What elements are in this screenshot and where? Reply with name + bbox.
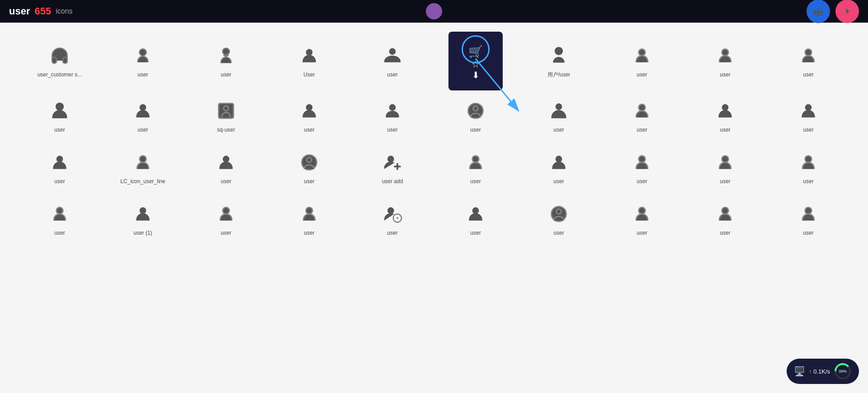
icon-label: user: [304, 230, 314, 236]
svg-point-20: [805, 104, 812, 111]
icon-cell-user-21[interactable]: user: [18, 142, 101, 194]
icon-label: user: [720, 178, 730, 185]
icon-cell-user-11[interactable]: user: [18, 90, 101, 142]
svg-point-37: [306, 207, 313, 214]
user-solid-36-icon: [464, 203, 487, 225]
icon-cell-user-bust[interactable]: user: [351, 32, 434, 90]
icon-cell-user-38[interactable]: user: [600, 194, 684, 245]
icon-cell-user-31[interactable]: user: [18, 194, 101, 245]
icon-label: user: [720, 230, 730, 236]
user-outline-10-icon: [797, 44, 820, 67]
icon-label: LC_icon_user_line: [120, 178, 165, 185]
user-circle-16-icon: [464, 99, 487, 122]
icon-cell-user-12[interactable]: user: [101, 90, 184, 142]
svg-point-19: [722, 104, 729, 111]
icon-cell-user-26[interactable]: user: [434, 142, 517, 194]
crown-icon: [812, 5, 824, 17]
user-solid-27-icon: [547, 151, 570, 174]
icon-label: user: [470, 230, 481, 236]
user-solid-1b-icon: [132, 203, 154, 225]
icon-cell-user-9[interactable]: user: [684, 32, 767, 90]
icon-cell-User[interactable]: User: [268, 32, 351, 90]
icon-label: user: [470, 127, 481, 133]
user-outline-9-icon: [714, 44, 736, 67]
cart-icon: 🛒: [468, 45, 483, 59]
svg-point-23: [223, 156, 230, 162]
icon-cell-user-36[interactable]: user: [434, 194, 517, 245]
icon-label: user: [637, 230, 647, 236]
icon-cell-popup[interactable]: 🛒 ☆ ⬇: [448, 32, 503, 90]
icon-cell-user-1b[interactable]: user (1): [101, 194, 184, 245]
icon-label: user: [387, 71, 397, 78]
icon-label: user: [137, 127, 148, 133]
svg-point-9: [56, 103, 64, 111]
user-circle-24-icon: [298, 151, 321, 174]
icon-cell-user-customer[interactable]: user_customer s...: [18, 32, 101, 90]
icon-cell-user-28[interactable]: user: [600, 142, 684, 194]
arrow-button[interactable]: [835, 0, 859, 23]
icon-cell-user-16[interactable]: user: [434, 90, 517, 142]
icon-label: user: [803, 178, 813, 185]
header-center: [426, 3, 442, 19]
icon-cell-user-34[interactable]: user: [268, 194, 351, 245]
speed-display: ↑ 0.1K/s: [809, 368, 830, 375]
icon-cell-user-40[interactable]: user: [767, 194, 850, 245]
user-solid-14-icon: [298, 99, 321, 122]
icon-label: user: [221, 230, 231, 236]
user-solid-19-icon: [714, 99, 736, 122]
crown-button[interactable]: [807, 0, 830, 23]
icon-label: user: [720, 127, 730, 133]
user-add-icon: [381, 151, 404, 174]
svg-point-26: [387, 156, 394, 162]
icon-cell-user-17[interactable]: user: [517, 90, 600, 142]
icon-cell-user-30[interactable]: user: [767, 142, 850, 194]
icon-label: user: [470, 178, 481, 185]
user-circle-icon: [132, 44, 154, 67]
icon-cell-user-29[interactable]: user: [684, 142, 767, 194]
user-solid-23-icon: [215, 151, 237, 174]
icon-label: user: [54, 127, 65, 133]
icon-cell-lc-user-line[interactable]: LC_icon_user_line: [101, 142, 184, 194]
icon-cell-user-mask[interactable]: user: [184, 32, 268, 90]
icon-cell-user-chat[interactable]: user: [351, 194, 434, 245]
icon-cell-user-39[interactable]: user: [684, 194, 767, 245]
icon-label: user: [137, 71, 148, 78]
user-outline-8-icon: [631, 44, 653, 67]
app-title: user: [9, 5, 30, 17]
icon-label: user: [304, 127, 314, 133]
icon-cell-user-33[interactable]: user: [184, 194, 268, 245]
main-content: user_customer s... user user: [0, 23, 868, 254]
icon-cell-user-20[interactable]: user: [767, 90, 850, 142]
user-outline-31-icon: [48, 203, 71, 225]
icon-cell-user-23[interactable]: user: [184, 142, 268, 194]
icon-cell-user-37[interactable]: user: [517, 194, 600, 245]
user-outline-28-icon: [631, 151, 653, 174]
header-right: [807, 0, 859, 23]
user-solid-21-icon: [48, 151, 71, 174]
icon-cell-user-add[interactable]: user add: [351, 142, 434, 194]
icon-cell-user-10[interactable]: user: [767, 32, 850, 90]
icon-cell-user-15[interactable]: user: [351, 90, 434, 142]
icon-label: user: [553, 127, 564, 133]
icon-cell-yonghu[interactable]: 用户/user: [517, 32, 600, 90]
icon-label: user: [221, 71, 231, 78]
user-blue-icon: [547, 99, 570, 122]
user-outline-38-icon: [631, 203, 653, 225]
user-circle-37-icon: [547, 203, 570, 225]
icon-cell-user-27[interactable]: user: [517, 142, 600, 194]
user-solid-15-icon: [381, 99, 404, 122]
header: user 655 icons: [0, 0, 868, 23]
icon-cell-user-24[interactable]: user: [268, 142, 351, 194]
icon-cell-sq-user[interactable]: sq-user: [184, 90, 268, 142]
speed-widget: 🖥️ ↑ 0.1K/s 39%: [787, 359, 859, 384]
svg-point-30: [556, 156, 562, 162]
icon-cell-user-1[interactable]: user: [101, 32, 184, 90]
svg-point-2: [306, 49, 313, 56]
svg-point-0: [140, 49, 146, 56]
icon-cell-user-19[interactable]: user: [684, 90, 767, 142]
icon-cell-user-8[interactable]: user: [600, 32, 684, 90]
icon-cell-user-18[interactable]: user: [600, 90, 684, 142]
icon-label: user: [637, 178, 647, 185]
icon-label: user: [637, 71, 647, 78]
icon-cell-user-14[interactable]: user: [268, 90, 351, 142]
